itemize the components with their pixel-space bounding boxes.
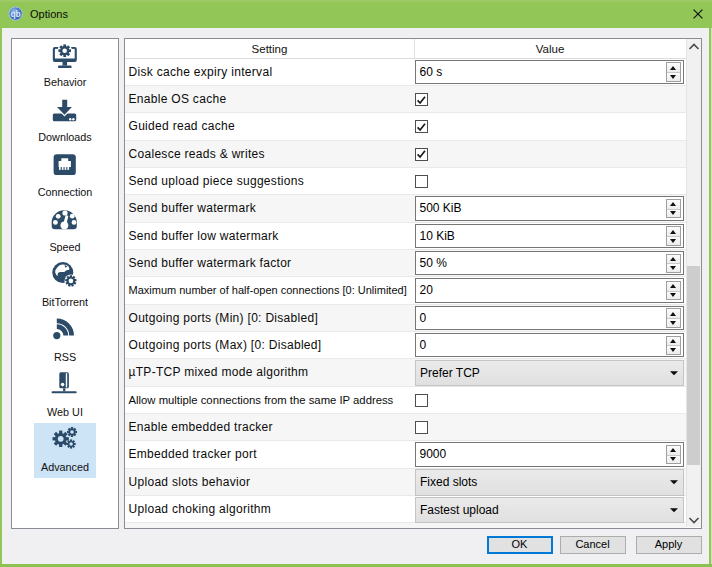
svg-text:qb: qb xyxy=(10,8,20,18)
